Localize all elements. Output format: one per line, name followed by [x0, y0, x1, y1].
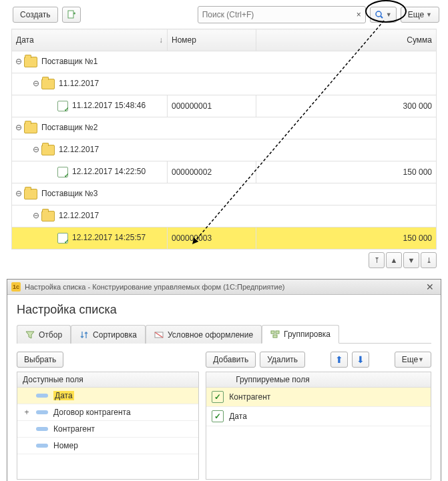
folder-icon [41, 79, 55, 89]
group-text: Поставщик №2 [41, 123, 97, 132]
checkbox-icon[interactable]: ✓ [212, 410, 224, 422]
list-settings-dialog: 1с Настройка списка - Конструирование уп… [7, 279, 441, 481]
doc-num: 000000003 [168, 227, 256, 250]
dialog-heading: Настройка списка [17, 303, 431, 317]
copy-button[interactable] [62, 7, 81, 23]
doc-icon [57, 101, 68, 111]
toggle-icon[interactable]: ⊖ [32, 79, 40, 88]
table-row[interactable]: ⊖11.12.2017 [12, 73, 437, 95]
doc-date: 12.12.2017 14:22:50 [72, 167, 146, 176]
folder-icon [24, 123, 37, 133]
folder-icon [24, 189, 37, 199]
app-icon: 1с [11, 282, 21, 292]
doc-date: 11.12.2017 15:48:46 [72, 101, 146, 110]
toggle-icon[interactable]: ⊖ [15, 189, 23, 198]
clear-search-icon[interactable]: × [353, 10, 365, 19]
move-up-button[interactable]: ⬆ [330, 352, 348, 368]
col-date[interactable]: Дата [16, 35, 34, 45]
move-down-button[interactable]: ⬇ [352, 352, 369, 368]
field-icon [36, 410, 48, 414]
field-label: Контрагент [229, 392, 270, 402]
group-text: Поставщик №3 [41, 189, 97, 198]
more-button[interactable]: Еще ▼ [401, 7, 439, 23]
search-input-wrap[interactable]: × [198, 6, 366, 23]
col-sum[interactable]: Сумма [256, 29, 437, 51]
list-item[interactable]: Контрагент [17, 421, 198, 438]
svg-rect-5 [271, 331, 274, 334]
table-row[interactable]: 11.12.2017 15:48:46000000001300 000 [12, 95, 437, 117]
paint-icon [154, 330, 164, 340]
sort-icon [79, 330, 89, 340]
list-item[interactable]: +Договор контрагента [17, 404, 198, 421]
tab-grouping[interactable]: Группировка [262, 325, 339, 344]
scroll-bottom-button[interactable]: ⤓ [421, 252, 437, 268]
delete-button[interactable]: Удалить [260, 352, 305, 368]
sort-down-icon: ↓ [159, 35, 163, 45]
group-text: Поставщик №1 [41, 57, 97, 66]
svg-rect-6 [276, 331, 279, 334]
chevron-down-icon: ▼ [386, 11, 392, 18]
doc-sum: 150 000 [256, 161, 437, 183]
dialog-titlebar: 1с Настройка списка - Конструирование уп… [7, 280, 441, 295]
add-button[interactable]: Добавить [206, 352, 256, 368]
folder-icon [41, 145, 55, 155]
dialog-tabs: Отбор Сортировка Условное оформление Гру… [17, 325, 431, 344]
tab-sort[interactable]: Сортировка [71, 325, 146, 344]
list-item[interactable]: Номер [17, 438, 198, 454]
field-icon [36, 394, 48, 398]
folder-icon [41, 211, 55, 221]
tab-conditional[interactable]: Условное оформление [146, 325, 262, 344]
toggle-icon[interactable]: ⊖ [15, 57, 23, 66]
scroll-down-button[interactable]: ▼ [403, 252, 419, 268]
field-label: Контрагент [53, 424, 95, 434]
search-dropdown-button[interactable]: ▼ [370, 7, 397, 23]
col-number[interactable]: Номер [168, 29, 256, 51]
search-input[interactable] [198, 10, 353, 19]
document-table[interactable]: Дата↓ Номер Сумма ⊖Поставщик №1⊖11.12.20… [11, 29, 437, 250]
doc-sum: 300 000 [256, 95, 437, 117]
toggle-icon[interactable]: ⊖ [32, 145, 40, 154]
list-item[interactable]: ✓Дата [206, 407, 431, 426]
svg-line-2 [381, 16, 383, 18]
doc-num: 000000002 [168, 161, 256, 183]
scroll-up-button[interactable]: ▲ [386, 252, 402, 268]
table-row[interactable]: ⊖Поставщик №2 [12, 117, 437, 139]
field-icon [36, 444, 48, 448]
field-label: Дата [229, 412, 247, 421]
list-item[interactable]: Дата [17, 388, 198, 404]
scroll-top-button[interactable]: ⤒ [369, 252, 385, 268]
available-fields-list[interactable]: Доступные поля Дата+Договор контрагентаК… [17, 372, 199, 480]
scroll-toolbar: ⤒ ▲ ▼ ⤓ [3, 250, 445, 274]
table-row[interactable]: ⊖12.12.2017 [12, 139, 437, 161]
choose-button[interactable]: Выбрать [17, 352, 63, 368]
doc-plus-icon [67, 10, 76, 19]
tab-filter[interactable]: Отбор [17, 325, 71, 344]
svg-rect-0 [68, 11, 73, 18]
group-text: 11.12.2017 [59, 79, 99, 88]
grouped-fields-head: Группируемые поля [236, 375, 309, 384]
doc-num: 000000001 [168, 95, 256, 117]
toggle-icon[interactable]: ⊖ [15, 123, 23, 132]
arrow-down-icon: ⬇ [357, 354, 365, 365]
table-row[interactable]: ⊖12.12.2017 [12, 205, 437, 227]
table-row[interactable]: ⊖Поставщик №3 [12, 183, 437, 205]
grouped-fields-list[interactable]: Группируемые поля ✓Контрагент✓Дата [206, 372, 431, 480]
list-item[interactable]: ✓Контрагент [206, 388, 431, 407]
create-button[interactable]: Создать [13, 7, 58, 23]
field-label: Номер [53, 441, 78, 450]
toggle-icon[interactable]: ⊖ [32, 211, 40, 220]
doc-sum: 150 000 [256, 227, 437, 250]
doc-icon [57, 233, 68, 244]
checkbox-icon[interactable]: ✓ [212, 391, 224, 403]
table-row[interactable]: 12.12.2017 14:25:57000000003150 000 [12, 227, 437, 250]
panel-more-button[interactable]: Еще ▼ [395, 352, 431, 368]
svg-point-1 [376, 11, 381, 17]
table-row[interactable]: ⊖Поставщик №1 [12, 51, 437, 73]
expand-icon[interactable]: + [23, 408, 31, 417]
grouping-icon [270, 330, 280, 339]
field-label: Дата [53, 391, 74, 400]
close-icon[interactable]: ✕ [423, 282, 437, 292]
dialog-title-text: Настройка списка - Конструирование управ… [25, 283, 284, 291]
table-row[interactable]: 12.12.2017 14:22:50000000002150 000 [12, 161, 437, 183]
chevron-down-icon: ▼ [426, 11, 432, 18]
